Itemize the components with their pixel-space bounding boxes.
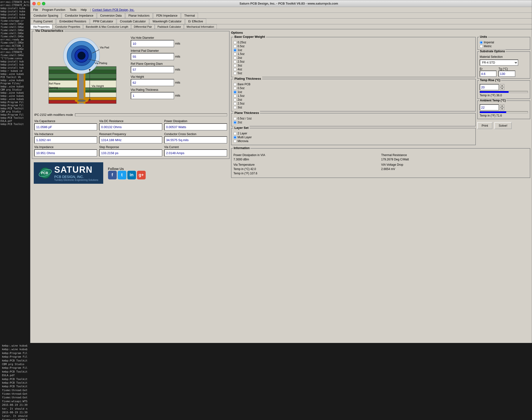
menu-program-function[interactable]: Program Function [40,8,67,12]
ipc-label: IPC-2152 with modifiers mode [34,113,73,117]
ref-plane-input[interactable] [131,66,174,73]
svg-point-17 [77,99,86,102]
via-fields: Via Hole Diameter mils Internal Pad Diam… [131,35,227,112]
solve-button[interactable]: Solve! [494,122,512,129]
via-height-label: Via Height [131,75,227,78]
result-via-current: Via Current [164,146,227,157]
via-dc-resistance-value [99,123,162,131]
plating-05oz[interactable]: 0.5oz [233,87,473,90]
ambient-temp-spinner: ▲ ▼ [500,104,504,111]
copper-3oz[interactable]: 3oz [233,64,473,67]
copper-2oz[interactable]: 2oz [233,56,473,60]
ambient-temp-down[interactable]: ▼ [500,107,504,111]
facebook-icon[interactable]: f [108,171,117,180]
layer-multi[interactable]: Multi Layer [233,135,473,139]
copper-5oz[interactable]: 5oz [233,72,473,75]
er-input[interactable] [480,71,497,77]
layer-microvia[interactable]: Microvia [233,139,473,143]
copper-1oz[interactable]: 1oz [233,48,473,52]
tab-conversion-data[interactable]: Conversion Data [97,13,125,18]
temp-rise-up[interactable]: ▲ [500,84,504,87]
units-imperial[interactable]: Imperial [480,41,528,44]
plane-thickness-radios: 0.5oz / 1oz 2oz [233,117,473,124]
subtab-differential-pair[interactable]: Differential Pair [131,24,155,29]
plating-15oz[interactable]: 1.5oz [233,94,473,98]
menu-tools[interactable]: Tools [68,8,78,12]
tg-input[interactable] [499,71,515,77]
tab-ppm-calculator[interactable]: PPM Calculator [90,18,116,24]
tab-conductor-spacing[interactable]: Conductor Spacing [30,13,61,18]
temp-rise-input[interactable] [480,84,499,90]
via-plating-label: Via Plating Thickness [131,88,227,91]
tab-conductor-impedance[interactable]: Conductor Impedance [62,13,97,18]
plating-3oz[interactable]: 3oz [233,106,473,109]
copper-25oz[interactable]: 2.5oz [233,60,473,63]
maximize-button[interactable] [42,2,45,5]
copper-4oz[interactable]: 4oz [233,68,473,71]
via-hole-diameter-input[interactable] [131,40,174,47]
copper-15oz[interactable]: 1.5oz [233,52,473,56]
material-select[interactable]: FR-4 STD FR-4 High Tg Rogers 4003 [480,60,518,66]
linkedin-icon[interactable]: in [127,171,136,180]
bottom-terminal-content: kmbp:.wine kuba$kmbp:.wine kuba$kmbp:Pro… [2,344,530,420]
ref-plane-label: Ref Plane Opening Diam [131,62,227,65]
via-impedance-label: Via Impedance [34,146,97,149]
minimize-button[interactable] [37,2,41,5]
plating-25oz[interactable]: 2.5oz [233,102,473,105]
via-height-input[interactable] [131,79,174,86]
plating-bare[interactable]: Bare PCB [233,83,473,86]
subtab-bandwidth[interactable]: Bandwidth & Max Conductor Length [83,24,131,29]
plating-1oz[interactable]: 1oz [233,90,473,94]
via-section: Via Pad Via Plating Ref Plane Opening → … [34,35,227,112]
field-internal-pad-diameter: Internal Pad Diameter mils [131,49,227,60]
print-button[interactable]: Print [477,122,492,129]
internal-pad-label: Internal Pad Diameter [131,49,227,53]
logo-area: PCB SATURN PCB DESIGN, INC. Turnkey Elec… [32,160,230,186]
via-capacitance-label: Via Capacitance [34,120,97,123]
svg-text:Opening →: Opening → [49,87,61,89]
temp-rise-box: Temp Rise (°C) ▲ ▼ Temp in (°F) 36.0 [477,80,530,99]
tab-wavelength-calculator[interactable]: Wavelength Calculator [149,18,185,24]
tab-planar-inductors[interactable]: Planar Inductors [125,13,153,18]
ambient-temp-up[interactable]: ▲ [500,104,504,107]
temp-rise-bar [480,91,528,93]
options-title: Options [231,31,530,34]
subtab-conductor-properties[interactable]: Conductor Properties [53,24,83,29]
menu-file[interactable]: File [31,8,40,12]
field-ref-plane-opening: Ref Plane Opening Diam mils [131,62,227,73]
menu-help[interactable]: Help [79,8,89,12]
layer-2layer[interactable]: 2 Layer [233,132,473,135]
er-section: Er [480,67,497,77]
tab-crosstalk-calculator[interactable]: Crosstalk Calculator [117,18,149,24]
copper-025oz[interactable]: 0.25oz [233,41,473,44]
subtab-via-properties[interactable]: Via Properties [30,24,52,29]
units-metric[interactable]: Metric [480,45,528,48]
internal-pad-input[interactable] [131,53,174,60]
plane-2oz[interactable]: 2oz [233,121,473,124]
action-buttons: Print Solve! [477,122,530,129]
plating-2oz[interactable]: 2oz [233,98,473,101]
twitter-icon[interactable]: t [118,171,126,180]
copper-05oz[interactable]: 0.5oz [233,45,473,48]
plane-05-1oz[interactable]: 0.5oz / 1oz [233,117,473,120]
tab-er-effective[interactable]: Er Effective [185,18,206,24]
temp-rise-down[interactable]: ▼ [500,87,504,90]
power-dissipation-label: Power Dissipation [164,120,227,123]
plane-thickness-title: Plane Thickness [233,111,260,115]
ambient-temp-input-row: ▲ ▼ [480,104,528,111]
close-button[interactable] [32,2,36,5]
layer-set-title: Layer Set [233,126,250,130]
info-grid: Power Dissipation in VIA 7.3000 dBm Ther… [233,153,528,176]
contact-link[interactable]: Contact Saturn PCB Design, Inc. [92,8,135,12]
tab-fusing-current[interactable]: Fusing Current [30,18,56,24]
ambient-temp-input[interactable] [480,104,499,111]
tab-thermal[interactable]: Thermal [181,13,198,18]
tab-pdn-impedance[interactable]: PDN Impedance [153,13,181,18]
tab-embedded-resistors[interactable]: Embedded Resistors [56,18,89,24]
via-plating-input[interactable] [131,92,174,99]
subtab-padstack[interactable]: Padstack Calculator [155,24,184,29]
googleplus-icon[interactable]: g+ [137,171,146,180]
ambient-temp-bar [480,111,528,113]
subtab-mechanical[interactable]: Mechanical Information [184,24,217,29]
result-via-impedance: Via Impedance [34,146,97,157]
